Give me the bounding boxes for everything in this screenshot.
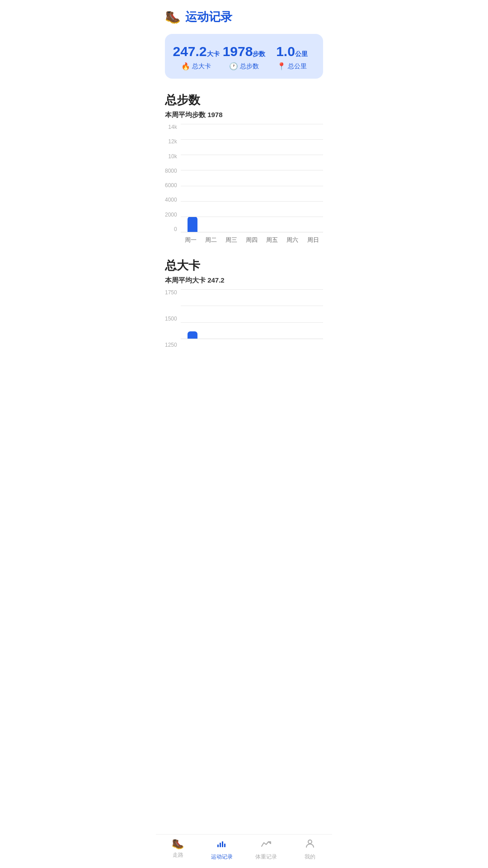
steps-bar-sat <box>282 231 301 232</box>
nav-label-exercise: 运动记录 <box>211 853 233 861</box>
steps-bar-fri <box>262 231 282 232</box>
steps-x-sun: 周日 <box>303 236 323 244</box>
svg-rect-0 <box>217 844 219 847</box>
nav-item-walk[interactable]: 🥾 走路 <box>156 838 200 861</box>
bottom-nav: 🥾 走路 运动记录 体重记录 我的 <box>156 834 332 868</box>
page-title: 运动记录 <box>185 9 232 25</box>
summary-card: 247.2大卡 🔥 总大卡 1978步数 🕐 总步数 1.0公里 📍 总公里 <box>165 34 323 79</box>
steps-bar-mon <box>183 217 202 232</box>
nav-item-weight[interactable]: 体重记录 <box>244 838 288 861</box>
steps-unit: 步数 <box>253 50 265 57</box>
page-header: 🥾 运动记录 <box>156 0 332 30</box>
steps-y-label-12k: 12k <box>168 138 177 145</box>
svg-point-4 <box>308 840 312 844</box>
exercise-icon <box>216 838 227 852</box>
clock-icon: 🕐 <box>229 62 238 71</box>
summary-distance: 1.0公里 📍 总公里 <box>268 44 316 71</box>
calories-section-subtitle: 本周平均大卡 247.2 <box>165 276 323 285</box>
steps-y-label-10k: 10k <box>168 153 177 160</box>
fire-icon: 🔥 <box>181 62 190 71</box>
steps-y-label-0: 0 <box>174 226 177 232</box>
steps-y-label-14k: 14k <box>168 124 177 130</box>
steps-bar-sun <box>301 231 321 232</box>
steps-x-tue: 周二 <box>201 236 221 244</box>
nav-item-profile[interactable]: 我的 <box>288 838 333 861</box>
steps-y-label-6000: 6000 <box>165 182 177 189</box>
steps-bar-wed <box>222 231 242 232</box>
walk-icon: 🥾 <box>172 838 184 850</box>
svg-rect-2 <box>222 841 223 847</box>
steps-section: 总步数 本周平均步数 1978 14k 12k 10k 8000 6000 40… <box>156 88 332 244</box>
svg-rect-3 <box>224 844 225 847</box>
nav-item-exercise[interactable]: 运动记录 <box>200 838 244 861</box>
calories-chart: 1750 1500 1250 <box>165 289 323 348</box>
nav-label-walk: 走路 <box>173 851 183 859</box>
steps-number: 1978 <box>223 44 253 59</box>
distance-unit: 公里 <box>295 50 308 57</box>
cal-bar-mon <box>183 331 202 339</box>
nav-label-weight: 体重记录 <box>255 853 277 861</box>
svg-rect-1 <box>220 843 221 847</box>
cal-y-label-1750: 1750 <box>165 289 177 296</box>
weight-icon <box>261 838 272 852</box>
steps-chart: 14k 12k 10k 8000 6000 4000 2000 0 <box>165 124 323 244</box>
profile-icon <box>305 838 315 852</box>
steps-section-title: 总步数 <box>165 92 323 108</box>
calories-section-title: 总大卡 <box>165 258 323 274</box>
steps-x-wed: 周三 <box>221 236 242 244</box>
summary-steps: 1978步数 🕐 总步数 <box>220 44 268 71</box>
steps-y-label-8000: 8000 <box>165 168 177 174</box>
steps-label: 总步数 <box>240 62 259 71</box>
cal-y-label-1250: 1250 <box>165 342 177 348</box>
calories-unit: 大卡 <box>207 50 220 57</box>
steps-y-label-2000: 2000 <box>165 212 177 218</box>
location-icon: 📍 <box>277 62 286 71</box>
nav-label-profile: 我的 <box>305 853 315 861</box>
steps-bar-tue <box>202 231 222 232</box>
summary-calories: 247.2大卡 🔥 总大卡 <box>172 44 220 71</box>
distance-label: 总公里 <box>288 62 307 71</box>
steps-x-fri: 周五 <box>262 236 282 244</box>
steps-bar-thu <box>242 231 262 232</box>
steps-section-subtitle: 本周平均步数 1978 <box>165 111 323 119</box>
calories-section: 总大卡 本周平均大卡 247.2 1750 1500 1250 <box>156 253 332 348</box>
distance-number: 1.0 <box>276 44 295 59</box>
steps-x-thu: 周四 <box>242 236 262 244</box>
steps-y-label-4000: 4000 <box>165 197 177 203</box>
shoe-icon: 🥾 <box>165 9 181 24</box>
calories-number: 247.2 <box>173 44 206 59</box>
steps-x-sat: 周六 <box>282 236 303 244</box>
calories-label: 总大卡 <box>192 62 211 71</box>
cal-y-label-1500: 1500 <box>165 316 177 322</box>
steps-x-mon: 周一 <box>181 236 201 244</box>
